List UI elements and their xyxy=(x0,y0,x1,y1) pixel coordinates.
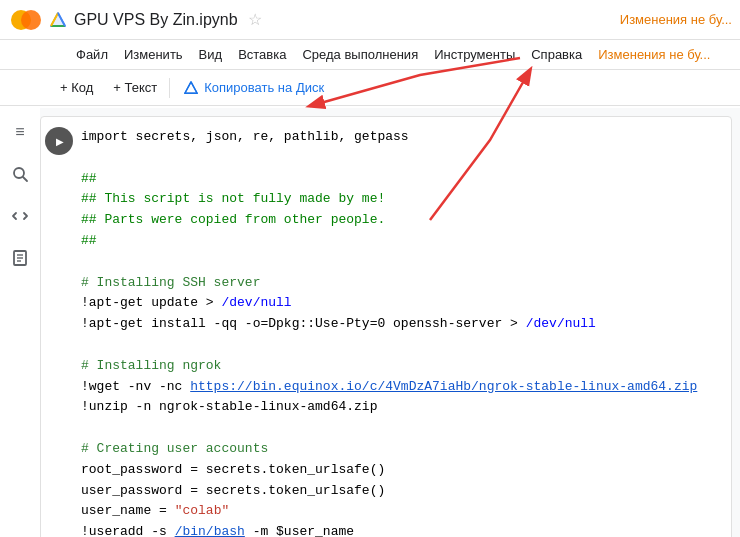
copy-to-drive-label: Копировать на Диск xyxy=(204,80,324,95)
sidebar-code-icon[interactable] xyxy=(8,204,32,228)
svg-line-10 xyxy=(191,81,197,92)
menu-runtime[interactable]: Среда выполнения xyxy=(294,43,426,66)
sidebar-menu-icon[interactable]: ≡ xyxy=(8,120,32,144)
svg-point-1 xyxy=(21,10,41,30)
menu-file[interactable]: Файл xyxy=(68,43,116,66)
menu-edit[interactable]: Изменить xyxy=(116,43,191,66)
unsaved-label: Изменения не бу... xyxy=(620,12,732,27)
top-bar: GPU VPS By Zin.ipynb ☆ Изменения не бу..… xyxy=(0,0,740,40)
copy-to-drive-button[interactable]: Копировать на Диск xyxy=(172,76,336,99)
svg-marker-7 xyxy=(185,81,197,92)
svg-line-12 xyxy=(23,177,27,181)
add-code-button[interactable]: + Код xyxy=(50,76,103,99)
sidebar-files-icon[interactable] xyxy=(8,246,32,270)
run-cell-button[interactable] xyxy=(45,127,73,155)
code-editor[interactable]: import secrets, json, re, pathlib, getpa… xyxy=(77,125,723,537)
menu-insert[interactable]: Вставка xyxy=(230,43,294,66)
menu-tools[interactable]: Инструменты xyxy=(426,43,523,66)
menu-help[interactable]: Справка xyxy=(523,43,590,66)
left-sidebar: ≡ xyxy=(0,108,40,270)
cell-row: import secrets, json, re, pathlib, getpa… xyxy=(41,125,723,537)
menu-unsaved[interactable]: Изменения не бу... xyxy=(590,43,718,66)
star-icon[interactable]: ☆ xyxy=(248,10,262,29)
toolbar: + Код + Текст Копировать на Диск xyxy=(0,70,740,106)
menu-bar: Файл Изменить Вид Вставка Среда выполнен… xyxy=(0,40,740,70)
svg-line-9 xyxy=(185,81,191,92)
document-title[interactable]: GPU VPS By Zin.ipynb xyxy=(74,11,238,29)
colab-logo xyxy=(8,2,44,38)
add-text-button[interactable]: + Текст xyxy=(103,76,167,99)
main-content: import secrets, json, re, pathlib, getpa… xyxy=(40,108,740,537)
toolbar-separator xyxy=(169,78,170,98)
menu-view[interactable]: Вид xyxy=(191,43,231,66)
drive-icon xyxy=(50,12,66,28)
sidebar-search-icon[interactable] xyxy=(8,162,32,186)
code-cell: import secrets, json, re, pathlib, getpa… xyxy=(40,116,732,537)
drive-small-icon xyxy=(184,81,198,95)
